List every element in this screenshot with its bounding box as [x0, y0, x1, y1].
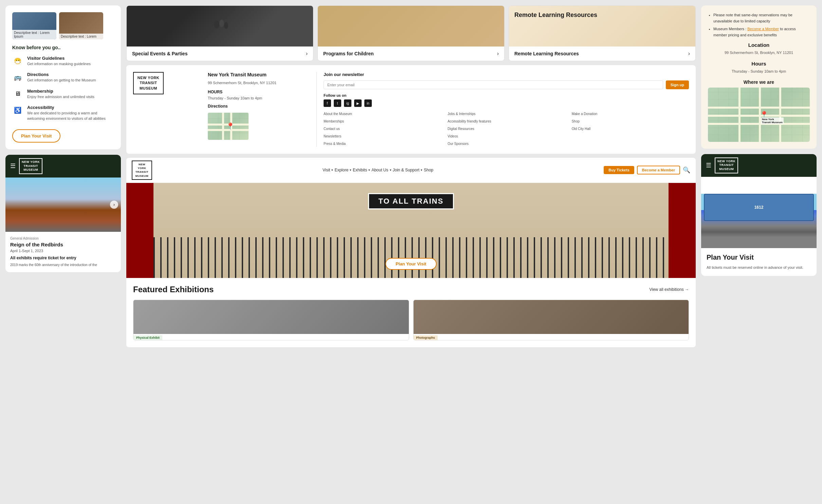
- hero-plan-visit-button[interactable]: Plan Your Visit: [385, 258, 436, 270]
- card-image-1: Descriptive text : Lorem Ipsum: [12, 12, 56, 39]
- map-road-v1: [222, 113, 224, 140]
- accessibility-icon: ♿: [12, 105, 23, 116]
- footer-newsletter: Join our newsletter Sign up Follow us on…: [316, 72, 689, 147]
- footer-link-jobs[interactable]: Jobs & Internships: [447, 111, 565, 117]
- hamburger-icon[interactable]: ☰: [10, 162, 16, 170]
- social-icons-row: f t ig ▶ in: [324, 99, 689, 107]
- footer-link-press[interactable]: Press & Media: [324, 141, 441, 147]
- program-card-events[interactable]: Special Events & Parties ›: [126, 5, 313, 61]
- program-remote-arrow[interactable]: ›: [688, 51, 690, 57]
- exhibit-card-physical[interactable]: Physical Exhibit: [133, 300, 409, 340]
- ticket-required-label: All exhibits require ticket for entry: [10, 256, 116, 260]
- search-icon[interactable]: 🔍: [683, 166, 690, 174]
- visitor-guidelines-item[interactable]: 😷 Visitor Guidelines Get information on …: [12, 56, 114, 67]
- events-silhouette-icon: [210, 16, 230, 36]
- membership-item[interactable]: 🖥 Membership Enjoy free admission and un…: [12, 89, 114, 99]
- footer-link-shop[interactable]: Shop: [572, 118, 689, 125]
- footer-link-about[interactable]: About the Museum: [324, 111, 441, 117]
- exhibit-title: Reign of the Redbirds: [10, 242, 116, 247]
- mobile-hero-image: ›: [5, 178, 121, 232]
- twitter-icon[interactable]: t: [334, 99, 341, 107]
- program-card-remote[interactable]: Remote Learning Resources Remote Learnin…: [509, 5, 696, 61]
- main-website-card: NEW YORKTRANSITMUSEUM Visit ▾ Explore ▾ …: [126, 158, 696, 347]
- mobile-card-body: General Admission Reign of the Redbirds …: [5, 232, 121, 272]
- train-image: [5, 178, 121, 232]
- mobile-right-hero-image: 1612: [701, 194, 817, 248]
- nav-explore[interactable]: Explore ▾: [334, 168, 351, 172]
- linkedin-icon[interactable]: in: [364, 99, 372, 107]
- program-children-arrow[interactable]: ›: [497, 51, 499, 57]
- featured-exhibitions-section: Featured Exhibitions View all exhibition…: [126, 278, 696, 347]
- hours-title: Hours: [708, 61, 810, 67]
- footer-link-videos[interactable]: Videos: [447, 133, 565, 139]
- footer-link-contact[interactable]: Contact us: [324, 126, 441, 132]
- program-card-children[interactable]: Programs for Children ›: [317, 5, 505, 61]
- newsletter-email-input[interactable]: [324, 80, 663, 89]
- footer-links-grid: About the Museum Jobs & Internships Make…: [324, 111, 689, 147]
- visit-chevron: ▾: [331, 168, 333, 172]
- nav-links: Visit ▾ Explore ▾ Exhibits ▾ About Us ▾: [152, 168, 604, 172]
- view-all-exhibitions-link[interactable]: View all exhibitions →: [649, 287, 689, 292]
- instagram-icon[interactable]: ig: [344, 99, 351, 107]
- location-map[interactable]: 📍 New YorkTransit Museum: [708, 88, 810, 142]
- visitor-guidelines-desc: Get information on masking guidelines: [27, 61, 91, 67]
- accessibility-item[interactable]: ♿ Accessibility We are dedicated to prov…: [12, 105, 114, 121]
- center-column: Special Events & Parties › Programs for …: [126, 5, 696, 347]
- plan-visit-desc: All tickets must be reserved online in a…: [707, 265, 811, 271]
- facebook-icon[interactable]: f: [324, 99, 331, 107]
- accessibility-title: Accessibility: [27, 105, 114, 110]
- program-events-label: Special Events & Parties: [132, 51, 187, 56]
- program-events-arrow[interactable]: ›: [306, 51, 308, 57]
- photo-exhibit-badge: Photographs: [414, 335, 438, 340]
- subway-train-image: 1612: [704, 194, 814, 221]
- featured-header: Featured Exhibitions View all exhibition…: [133, 285, 689, 294]
- become-member-link[interactable]: Become a Member: [747, 27, 779, 31]
- mobile-right-header: ☰ NEW YORKTRANSITMUSEUM: [701, 154, 817, 177]
- photo-exhibit-image: [414, 300, 689, 334]
- remote-learning-title: Remote Learning Resources: [514, 11, 690, 19]
- nav-exhibits[interactable]: Exhibits ▾: [353, 168, 370, 172]
- notice-2: Museum Members : Become a Member to acce…: [713, 26, 810, 38]
- buy-tickets-button[interactable]: Buy Tickets: [604, 166, 634, 174]
- right-column: Please note that same-day reservations m…: [701, 5, 817, 347]
- children-program-image: [318, 6, 504, 46]
- nav-visit[interactable]: Visit ▾: [323, 168, 333, 172]
- carousel-next-arrow[interactable]: ›: [110, 201, 118, 209]
- plan-visit-button[interactable]: Plan Your Visit: [12, 129, 60, 143]
- programs-section: Special Events & Parties › Programs for …: [126, 5, 696, 61]
- exhibit-cards-row: Physical Exhibit Photographs: [133, 300, 689, 340]
- museum-logo-nav: NEW YORKTRANSITMUSEUM: [132, 161, 152, 180]
- become-member-button[interactable]: Become a Member: [637, 166, 680, 174]
- footer-link-donate[interactable]: Make a Donation: [572, 111, 689, 117]
- footer-link-sponsors2[interactable]: Our Sponsors: [447, 141, 565, 147]
- svg-point-2: [224, 22, 228, 29]
- hero-right-column: [669, 183, 696, 278]
- footer-link-old-city[interactable]: Old City Hall: [572, 126, 689, 132]
- nav-about[interactable]: About Us ▾: [371, 168, 391, 172]
- svg-point-0: [214, 20, 219, 29]
- exhibit-card-photos[interactable]: Photographs: [413, 300, 689, 340]
- footer-address: 99 Schermerhorn St, Brooklyn, NY 11201: [208, 80, 310, 86]
- footer-link-sponsors[interactable]: [572, 133, 689, 139]
- featured-title: Featured Exhibitions: [133, 285, 214, 294]
- footer-map: 📍: [208, 113, 249, 140]
- hamburger-icon-right[interactable]: ☰: [706, 162, 711, 169]
- nav-shop[interactable]: Shop: [424, 168, 433, 172]
- directions-item[interactable]: 🚌 Directions Get information on getting …: [12, 72, 114, 83]
- to-all-trains-sign: TO ALL TRAINS: [368, 193, 454, 209]
- exhibit-dates: April 1-Sept 1, 2023: [10, 249, 116, 253]
- footer-link-memberships[interactable]: Memberships: [324, 118, 441, 125]
- directions-title: Directions: [27, 72, 96, 77]
- membership-title: Membership: [27, 89, 94, 94]
- nav-join[interactable]: Join & Support ▾: [393, 168, 423, 172]
- newsletter-input-row: Sign up: [324, 80, 689, 89]
- footer-link-digital[interactable]: Digital Resources: [447, 126, 565, 132]
- map-pin-icon: 📍: [226, 122, 235, 130]
- youtube-icon[interactable]: ▶: [354, 99, 362, 107]
- footer-hours-label: HOURS: [208, 89, 310, 95]
- footer-link-accessibility[interactable]: Accessibility friendly features: [447, 118, 565, 125]
- program-children-footer: Programs for Children ›: [318, 46, 504, 61]
- footer-link-newsletters[interactable]: Newsletters: [324, 133, 441, 139]
- physical-exhibit-image: [133, 300, 409, 334]
- newsletter-signup-button[interactable]: Sign up: [666, 80, 689, 89]
